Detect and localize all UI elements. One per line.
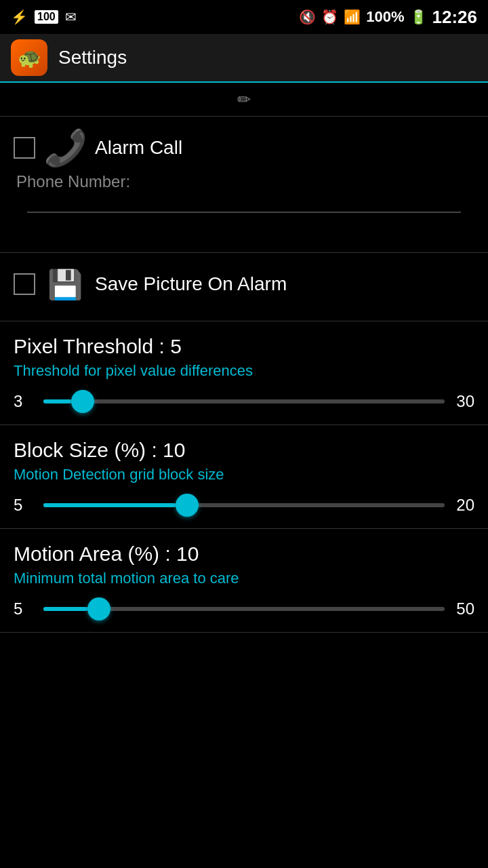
alarm-call-label: Alarm Call <box>95 137 182 159</box>
pixel-threshold-min: 3 <box>14 392 34 411</box>
block-size-track[interactable] <box>43 503 445 507</box>
battery-full-icon: 🔋 <box>410 9 427 25</box>
status-right: 🔇 ⏰ 📶 100% 🔋 12:26 <box>299 7 477 28</box>
block-size-setting: Block Size (%) : 10 Motion Detection gri… <box>0 425 488 529</box>
phone-handset-icon: 📞 <box>43 127 87 169</box>
mute-icon: 🔇 <box>299 9 316 25</box>
block-size-title: Block Size (%) : 10 <box>14 439 474 462</box>
block-size-fill <box>43 503 176 507</box>
motion-area-min: 5 <box>14 599 34 618</box>
motion-area-thumb[interactable] <box>87 597 110 620</box>
time-display: 12:26 <box>432 7 478 28</box>
save-picture-row: 💾 Save Picture On Alarm <box>14 265 474 303</box>
partial-item: ✏ <box>0 83 488 117</box>
status-bar: ⚡ 100 ✉ 🔇 ⏰ 📶 100% 🔋 12:26 <box>0 0 488 34</box>
usb-icon: ⚡ <box>11 9 28 25</box>
pixel-threshold-fill <box>43 399 71 403</box>
block-size-max: 20 <box>454 496 474 515</box>
status-left: ⚡ 100 ✉ <box>11 9 77 25</box>
motion-area-slider-row: 5 50 <box>14 599 474 618</box>
pixel-threshold-setting: Pixel Threshold : 5 Threshold for pixel … <box>0 321 488 425</box>
pixel-threshold-slider-row: 3 30 <box>14 392 474 411</box>
block-size-slider-row: 5 20 <box>14 496 474 515</box>
alarm-icon: ⏰ <box>321 9 338 25</box>
signal-icon: 📶 <box>344 9 361 25</box>
pixel-threshold-max: 30 <box>454 392 474 411</box>
motion-area-hint: Minimum total motion area to care <box>14 570 474 587</box>
pixel-threshold-hint: Threshold for pixel value differences <box>14 362 474 380</box>
alarm-call-setting: 📞 Alarm Call Phone Number: <box>0 117 488 253</box>
motion-area-track[interactable] <box>43 607 445 611</box>
motion-area-title: Motion Area (%) : 10 <box>14 542 474 566</box>
alarm-call-row: 📞 Alarm Call <box>14 129 474 167</box>
app-title: Settings <box>58 47 127 68</box>
pixel-threshold-thumb[interactable] <box>71 390 94 413</box>
battery-icon: 100 <box>35 10 58 24</box>
floppy-disk-icon: 💾 <box>46 265 84 303</box>
app-bar: 🐢 Settings <box>0 34 488 83</box>
save-picture-setting: 💾 Save Picture On Alarm <box>0 253 488 321</box>
block-size-thumb[interactable] <box>176 494 199 517</box>
block-size-min: 5 <box>14 496 34 515</box>
gmail-icon: ✉ <box>65 9 77 25</box>
save-picture-label: Save Picture On Alarm <box>95 273 287 295</box>
phone-icon: 📞 <box>46 129 84 167</box>
alarm-call-checkbox[interactable] <box>14 137 35 159</box>
motion-area-max: 50 <box>454 599 474 618</box>
partial-text: ✏ <box>237 90 251 109</box>
pixel-threshold-track[interactable] <box>43 399 445 403</box>
app-icon: 🐢 <box>11 39 47 76</box>
content: ✏ 📞 Alarm Call Phone Number: 💾 Save Pict… <box>0 83 488 633</box>
app-icon-emoji: 🐢 <box>18 47 41 69</box>
block-size-hint: Motion Detection grid block size <box>14 466 474 484</box>
pixel-threshold-title: Pixel Threshold : 5 <box>14 335 474 358</box>
phone-number-label: Phone Number: <box>16 172 474 191</box>
motion-area-setting: Motion Area (%) : 10 Minimum total motio… <box>0 529 488 633</box>
save-picture-checkbox[interactable] <box>14 273 35 295</box>
motion-area-fill <box>43 607 87 611</box>
battery-percent: 100% <box>366 8 404 26</box>
